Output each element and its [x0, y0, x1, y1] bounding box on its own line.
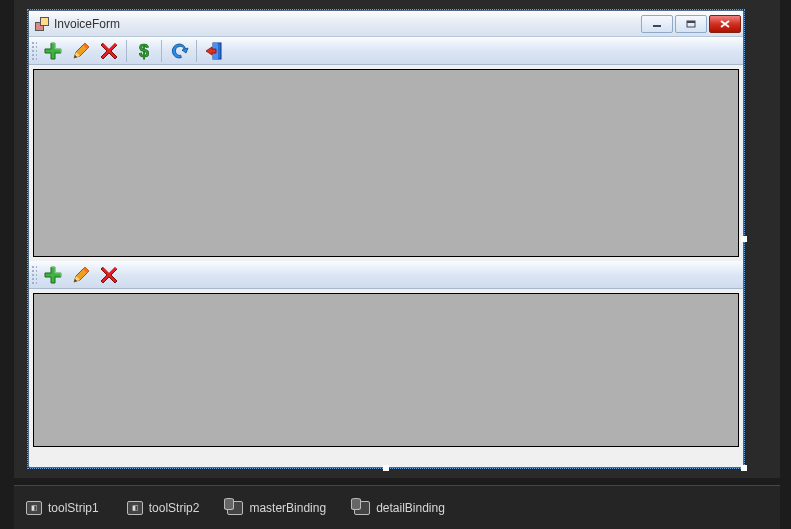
- refresh-button[interactable]: [166, 38, 192, 64]
- minimize-button[interactable]: [641, 15, 673, 33]
- exit-button[interactable]: [201, 38, 227, 64]
- tray-item-masterbinding[interactable]: masterBinding: [227, 501, 326, 515]
- tray-item-detailbinding[interactable]: detailBinding: [354, 501, 445, 515]
- tray-item-toolstrip1[interactable]: ◧ toolStrip1: [26, 501, 99, 515]
- master-grid-panel[interactable]: [33, 69, 739, 257]
- invoice-form-window: InvoiceForm: [28, 10, 744, 468]
- separator: [196, 40, 197, 62]
- tray-item-toolstrip2[interactable]: ◧ toolStrip2: [127, 501, 200, 515]
- window-title: InvoiceForm: [54, 17, 641, 31]
- tray-item-label: detailBinding: [376, 501, 445, 515]
- delete-button[interactable]: [96, 262, 122, 288]
- plus-icon: [43, 41, 63, 61]
- tray-item-label: toolStrip2: [149, 501, 200, 515]
- toolstrip-icon: ◧: [127, 501, 143, 515]
- edit-button[interactable]: [68, 38, 94, 64]
- toolstrip-icon: ◧: [26, 501, 42, 515]
- close-button[interactable]: [709, 15, 741, 33]
- bindingsource-icon: [227, 501, 243, 515]
- x-icon: [99, 265, 119, 285]
- delete-button[interactable]: [96, 38, 122, 64]
- x-icon: [99, 41, 119, 61]
- door-exit-icon: [204, 41, 224, 61]
- detail-grid-panel[interactable]: [33, 293, 739, 447]
- pencil-icon: [71, 41, 91, 61]
- add-button[interactable]: [40, 38, 66, 64]
- tray-item-label: toolStrip1: [48, 501, 99, 515]
- form-icon: [35, 17, 49, 31]
- svg-rect-2: [687, 21, 695, 23]
- maximize-button[interactable]: [675, 15, 707, 33]
- window-buttons: [641, 15, 741, 33]
- refresh-icon: [169, 41, 189, 61]
- svg-rect-0: [653, 25, 661, 27]
- add-button[interactable]: [40, 262, 66, 288]
- separator: [161, 40, 162, 62]
- toolstrip1: $: [29, 37, 743, 65]
- titlebar: InvoiceForm: [29, 11, 743, 37]
- edit-button[interactable]: [68, 262, 94, 288]
- toolstrip-grip[interactable]: [31, 265, 37, 285]
- bindingsource-icon: [354, 501, 370, 515]
- toolstrip-grip[interactable]: [31, 41, 37, 61]
- toolstrip2: [29, 261, 743, 289]
- tray-item-label: masterBinding: [249, 501, 326, 515]
- component-tray: ◧ toolStrip1 ◧ toolStrip2 masterBinding …: [14, 485, 780, 529]
- separator: [126, 40, 127, 62]
- svg-text:$: $: [139, 41, 149, 61]
- dollar-icon: $: [134, 41, 154, 61]
- money-button[interactable]: $: [131, 38, 157, 64]
- plus-icon: [43, 265, 63, 285]
- designer-surface: InvoiceForm: [14, 0, 780, 478]
- pencil-icon: [71, 265, 91, 285]
